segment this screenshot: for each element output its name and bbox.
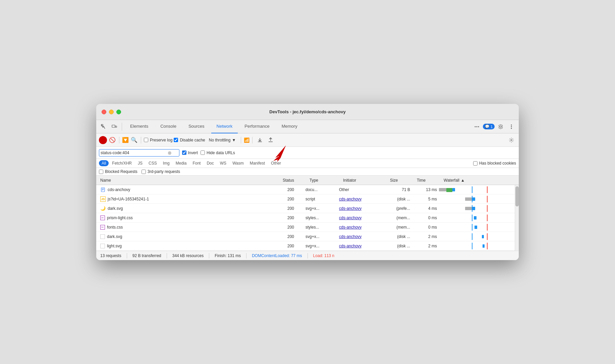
invert-label[interactable]: Invert bbox=[182, 150, 198, 155]
col-size[interactable]: Size bbox=[389, 178, 415, 183]
disable-cache-checkbox[interactable] bbox=[174, 138, 178, 142]
cell-initiator-3[interactable]: cds-anchovy bbox=[338, 216, 385, 220]
type-btn-font[interactable]: Font bbox=[190, 160, 203, 166]
cell-size-0: 71 B bbox=[385, 187, 411, 192]
cell-time-2: 4 ms bbox=[411, 206, 438, 211]
table-row[interactable]: cds-anchovy 200 docu... Other 71 B 13 ms bbox=[96, 185, 515, 194]
export-icon[interactable] bbox=[266, 135, 275, 145]
status-sep-1 bbox=[127, 253, 127, 258]
doc-icon bbox=[100, 187, 106, 192]
inspect-icon[interactable] bbox=[99, 122, 108, 131]
tab-performance[interactable]: Performance bbox=[239, 120, 275, 133]
settings-icon[interactable] bbox=[496, 122, 505, 131]
col-name[interactable]: Name bbox=[99, 178, 281, 183]
has-blocked-cookies-checkbox[interactable] bbox=[473, 161, 478, 166]
tab-sources[interactable]: Sources bbox=[183, 120, 210, 133]
status-sep-3 bbox=[209, 253, 209, 258]
more-tabs-icon[interactable] bbox=[472, 122, 482, 131]
type-btn-manifest[interactable]: Manifest bbox=[247, 160, 268, 166]
network-conditions-icon[interactable]: 📶 bbox=[244, 137, 249, 143]
has-blocked-cookies-label[interactable]: Has blocked cookies bbox=[473, 161, 516, 166]
scrollbar[interactable] bbox=[515, 185, 519, 251]
preserve-log-checkbox[interactable] bbox=[144, 138, 148, 142]
filter-input-wrapper: ⊗ bbox=[99, 149, 179, 157]
throttling-dropdown[interactable]: No throttling ▼ bbox=[207, 136, 238, 144]
table-body: cds-anchovy 200 docu... Other 71 B 13 ms bbox=[96, 185, 515, 251]
type-btn-ws[interactable]: WS bbox=[217, 160, 229, 166]
cell-initiator-2[interactable]: cds-anchovy bbox=[338, 206, 385, 211]
cell-initiator-5[interactable]: cds-anchovy bbox=[338, 234, 385, 239]
cell-name-6: light.svg bbox=[99, 244, 277, 248]
tab-memory[interactable]: Memory bbox=[276, 120, 303, 133]
cell-initiator-4[interactable]: cds-anchovy bbox=[338, 225, 385, 230]
network-settings-icon[interactable] bbox=[507, 135, 516, 145]
type-btn-media[interactable]: Media bbox=[173, 160, 189, 166]
type-btn-js[interactable]: JS bbox=[135, 160, 145, 166]
type-btn-wasm[interactable]: Wasm bbox=[230, 160, 246, 166]
filter-icon[interactable]: 🔽 bbox=[122, 137, 129, 143]
toolbar-divider-3 bbox=[241, 137, 241, 143]
type-btn-doc[interactable]: Doc bbox=[204, 160, 216, 166]
filter-bar: ⊗ Invert Hide data URLs bbox=[96, 147, 519, 159]
cell-initiator-6[interactable]: cds-anchovy bbox=[338, 244, 385, 248]
record-button[interactable] bbox=[99, 136, 107, 144]
status-sep-4 bbox=[246, 253, 246, 258]
requests-count: 13 requests bbox=[100, 253, 121, 258]
cell-size-2: (prefe... bbox=[385, 206, 411, 211]
preserve-log-label[interactable]: Preserve log bbox=[144, 138, 172, 142]
table-row[interactable]: ✂ prism-light.css 200 styles... cds-anch… bbox=[96, 213, 515, 223]
svg-rect-11 bbox=[101, 188, 105, 192]
search-icon[interactable]: 🔍 bbox=[130, 136, 138, 144]
blocked-requests-label[interactable]: Blocked Requests bbox=[99, 169, 137, 174]
title-bar: DevTools - jec.fyi/demo/cds-anchovy bbox=[96, 104, 519, 120]
third-party-checkbox[interactable] bbox=[142, 170, 146, 174]
type-btn-img[interactable]: Img bbox=[160, 160, 172, 166]
table-row[interactable]: 🌙 dark.svg 200 svg+x... cds-anchovy (pre… bbox=[96, 204, 515, 213]
window-title: DevTools - jec.fyi/demo/cds-anchovy bbox=[269, 109, 345, 114]
cell-initiator-1[interactable]: cds-anchovy bbox=[338, 197, 385, 201]
hide-data-urls-checkbox[interactable] bbox=[201, 150, 205, 155]
col-waterfall[interactable]: Waterfall ▲ bbox=[442, 178, 509, 183]
table-row[interactable]: ✂ fonts.css 200 styles... cds-anchovy (m… bbox=[96, 223, 515, 232]
tab-network[interactable]: Network bbox=[211, 120, 238, 133]
col-initiator[interactable]: Initiator bbox=[342, 178, 389, 183]
tab-elements[interactable]: Elements bbox=[125, 120, 154, 133]
table-row[interactable]: JS js?id=UA-165345241-1 200 script cds-a… bbox=[96, 194, 515, 204]
kebab-icon[interactable] bbox=[507, 122, 516, 131]
svg-point-5 bbox=[478, 126, 479, 127]
device-toolbar-icon[interactable] bbox=[110, 122, 119, 131]
type-btn-fetch-xhr[interactable]: Fetch/XHR bbox=[109, 160, 134, 166]
table-row[interactable]: dark.svg 200 svg+x... cds-anchovy (disk … bbox=[96, 232, 515, 241]
devtools-body: Elements Console Sources Network Perform… bbox=[96, 120, 519, 260]
close-button[interactable] bbox=[102, 110, 106, 114]
col-type[interactable]: Type bbox=[308, 178, 342, 183]
message-badge[interactable]: 💬 1 bbox=[483, 124, 495, 129]
cell-type-1: script bbox=[304, 197, 338, 201]
col-time[interactable]: Time bbox=[415, 178, 442, 183]
status-sep-5 bbox=[308, 253, 308, 258]
filter-input[interactable] bbox=[101, 150, 168, 155]
blocked-requests-checkbox[interactable] bbox=[99, 170, 103, 174]
table-content: cds-anchovy 200 docu... Other 71 B 13 ms bbox=[96, 185, 519, 251]
third-party-label[interactable]: 3rd-party requests bbox=[142, 169, 180, 174]
type-btn-css[interactable]: CSS bbox=[146, 160, 160, 166]
tab-console[interactable]: Console bbox=[155, 120, 182, 133]
file-icon-2 bbox=[100, 244, 105, 248]
clear-button[interactable]: 🚫 bbox=[108, 136, 116, 144]
disable-cache-label[interactable]: Disable cache bbox=[174, 138, 205, 142]
hide-data-urls-label[interactable]: Hide data URLs bbox=[201, 150, 235, 155]
import-icon[interactable] bbox=[255, 135, 265, 145]
type-btn-all[interactable]: All bbox=[99, 160, 109, 166]
cell-size-1: (disk ... bbox=[385, 197, 411, 201]
minimize-button[interactable] bbox=[109, 110, 114, 114]
css-icon-2: ✂ bbox=[100, 225, 105, 230]
table-row[interactable]: light.svg 200 svg+x... cds-anchovy (disk… bbox=[96, 241, 515, 251]
col-status[interactable]: Status bbox=[281, 178, 308, 183]
type-filter-right: Has blocked cookies bbox=[473, 161, 516, 166]
cell-type-0: docu... bbox=[304, 187, 338, 192]
invert-checkbox[interactable] bbox=[182, 150, 186, 155]
type-btn-other[interactable]: Other bbox=[268, 160, 284, 166]
maximize-button[interactable] bbox=[116, 110, 121, 114]
cell-size-5: (disk ... bbox=[385, 234, 411, 239]
filter-clear-icon[interactable]: ⊗ bbox=[168, 150, 172, 156]
